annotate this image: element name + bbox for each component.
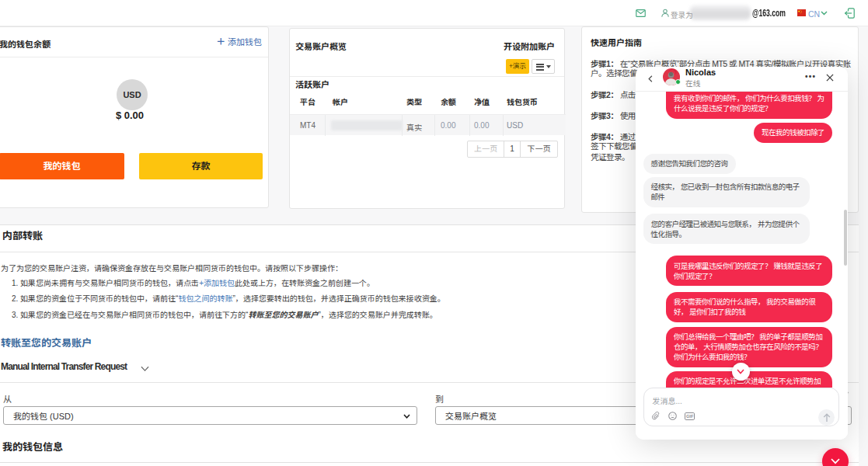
svg-text:GIF: GIF	[686, 414, 694, 419]
